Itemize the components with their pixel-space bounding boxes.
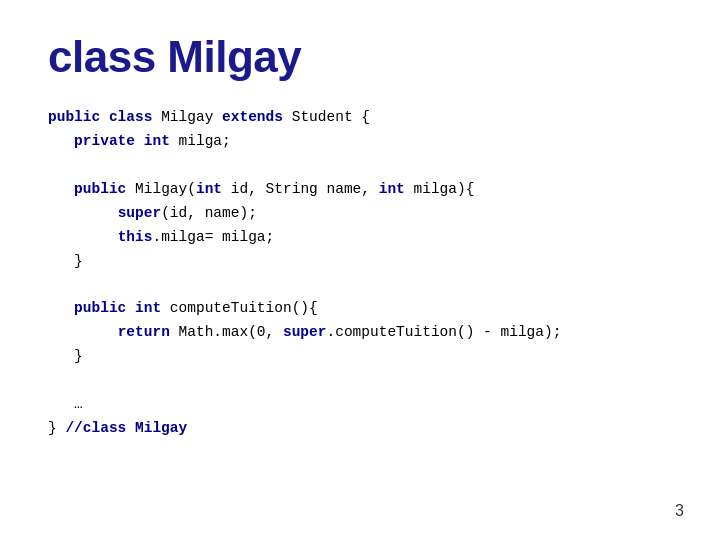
code-line-13: … — [48, 393, 672, 417]
code-line-4: public Milgay(int id, String name, int m… — [48, 178, 672, 202]
code-line-11: } — [48, 345, 672, 369]
code-line-1: public class Milgay extends Student { — [48, 106, 672, 130]
slide-title: class Milgay — [48, 32, 672, 82]
code-block: public class Milgay extends Student { pr… — [48, 106, 672, 441]
code-line-2: private int milga; — [48, 130, 672, 154]
code-line-3 — [48, 154, 672, 178]
code-line-10: return Math.max(0, super.computeTuition(… — [48, 321, 672, 345]
code-line-5: super(id, name); — [48, 202, 672, 226]
page-number: 3 — [675, 502, 684, 520]
code-line-9: public int computeTuition(){ — [48, 297, 672, 321]
code-line-12 — [48, 369, 672, 393]
code-line-8 — [48, 273, 672, 297]
code-line-6: this.milga= milga; — [48, 226, 672, 250]
code-line-14: } //class Milgay — [48, 417, 672, 441]
slide: class Milgay public class Milgay extends… — [0, 0, 720, 540]
code-line-7: } — [48, 250, 672, 274]
